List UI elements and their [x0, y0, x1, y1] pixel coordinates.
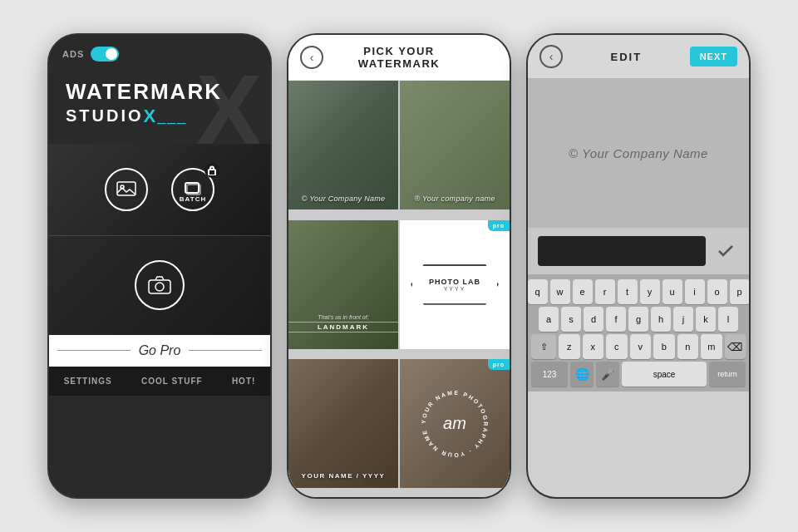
gopro-section[interactable]: Go Pro: [49, 335, 270, 367]
key-z[interactable]: z: [559, 334, 580, 359]
cell1-overlay: © Your Company Name: [293, 195, 393, 203]
watermark-cell-1[interactable]: © Your Company Name: [288, 81, 398, 209]
watermark-preview-text: © Your Company Name: [569, 146, 708, 160]
edit-header: ‹ EDIT NEXT: [528, 35, 749, 78]
ads-label: ADS: [62, 49, 84, 59]
key-numbers[interactable]: 123: [531, 362, 568, 387]
phone-watermark-picker: ‹ PICK YOUR WATERMARK © Your Company Nam…: [287, 33, 511, 499]
key-m[interactable]: m: [701, 334, 722, 359]
keyboard-row-3: ⇧ z x c v b n m ⌫: [531, 334, 746, 359]
landmark-name-text: LANDMARK: [288, 322, 398, 332]
svg-rect-2: [209, 170, 215, 175]
picker-title: PICK YOUR WATERMARK: [332, 45, 466, 70]
keyboard-row-1: q w e r t y u i o p: [531, 279, 746, 304]
watermark-cell-6[interactable]: YOUR NAME PHOTOGRAPHY · YOUR NAME PHOTOG…: [400, 359, 510, 488]
cell4-photolab: PHOTO LAB YYYY: [400, 220, 510, 349]
key-y[interactable]: y: [640, 279, 660, 304]
key-g[interactable]: g: [628, 307, 648, 332]
gopro-label: Go Pro: [139, 343, 181, 358]
batch-label: BATCH: [180, 195, 206, 203]
cell2-bg: [400, 81, 510, 209]
watermark-cell-2[interactable]: ® Your company name: [400, 81, 510, 209]
nav-hot[interactable]: HOT!: [232, 377, 255, 386]
cell5-overlay: YOUR NAME / YYYY: [288, 472, 398, 480]
camera-section: [49, 235, 270, 335]
ads-section: ADS: [49, 35, 270, 68]
watermark-cell-4[interactable]: PHOTO LAB YYYY pro: [400, 220, 510, 349]
watermark-cell-5[interactable]: YOUR NAME / YYYY: [288, 359, 398, 488]
photolab-title: PHOTO LAB: [429, 278, 480, 286]
watermark-grid: © Your Company Name ® Your company name …: [288, 81, 510, 497]
app-title-line1: WATERMARK: [66, 80, 254, 104]
key-globe[interactable]: 🌐: [570, 362, 594, 387]
edit-preview: © Your Company Name: [528, 78, 749, 228]
key-f[interactable]: f: [606, 307, 626, 332]
key-h[interactable]: h: [651, 307, 671, 332]
key-shift[interactable]: ⇧: [531, 334, 556, 359]
lock-icon: [204, 163, 219, 178]
gopro-line-left: [57, 350, 131, 351]
key-e[interactable]: e: [573, 279, 593, 304]
studio-x: X: [144, 106, 156, 127]
cell3-overlay: That's us in front of: LANDMARK: [288, 314, 398, 332]
gallery-button[interactable]: [105, 168, 148, 211]
edit-title: EDIT: [563, 51, 690, 63]
key-v[interactable]: v: [630, 334, 652, 359]
key-k[interactable]: k: [696, 307, 716, 332]
gopro-line-right: [189, 350, 262, 351]
camera-button[interactable]: [135, 260, 185, 310]
keyboard-row-4: 123 🌐 🎤 space return: [531, 362, 746, 387]
key-w[interactable]: w: [550, 279, 570, 304]
key-delete[interactable]: ⌫: [725, 334, 746, 359]
key-x[interactable]: x: [583, 334, 604, 359]
pro-badge-4: pro: [488, 220, 510, 231]
key-s[interactable]: s: [561, 307, 581, 332]
edit-input-row: [528, 228, 749, 274]
key-c[interactable]: c: [606, 334, 628, 359]
key-i[interactable]: i: [685, 279, 705, 304]
circular-monogram: am: [443, 414, 466, 433]
key-u[interactable]: u: [663, 279, 682, 304]
nav-settings[interactable]: SETTINGS: [64, 377, 112, 386]
photolab-year: YYYY: [429, 286, 480, 292]
app-title-line2: STUDIO X ___: [66, 106, 254, 127]
next-button[interactable]: NEXT: [690, 47, 737, 66]
key-t[interactable]: t: [618, 279, 638, 304]
key-q[interactable]: q: [528, 279, 548, 304]
key-p[interactable]: p: [730, 279, 750, 304]
key-return[interactable]: return: [709, 362, 746, 387]
landmark-that-text: That's us in front of:: [288, 314, 398, 320]
cell6-circular: YOUR NAME PHOTOGRAPHY · YOUR NAME PHOTOG…: [400, 359, 510, 488]
key-l[interactable]: l: [718, 307, 738, 332]
key-space[interactable]: space: [622, 362, 707, 387]
key-o[interactable]: o: [707, 279, 727, 304]
nav-cool-stuff[interactable]: COOL STUFF: [141, 377, 203, 386]
pro-badge-6: pro: [488, 359, 510, 370]
edit-back-button[interactable]: ‹: [539, 45, 563, 68]
ads-toggle[interactable]: [91, 47, 119, 62]
back-button[interactable]: ‹: [300, 46, 323, 69]
batch-button[interactable]: BATCH: [171, 168, 214, 211]
key-d[interactable]: d: [584, 307, 603, 332]
keyboard-row-2: a s d f g h j k l: [531, 307, 746, 332]
key-j[interactable]: j: [673, 307, 693, 332]
cell1-bg: [288, 81, 398, 209]
key-n[interactable]: n: [677, 334, 699, 359]
phone-edit: ‹ EDIT NEXT © Your Company Name q w e r …: [526, 33, 751, 499]
confirm-button[interactable]: [712, 238, 739, 264]
cell5-bg: [288, 359, 398, 488]
key-r[interactable]: r: [595, 279, 615, 304]
picker-header: ‹ PICK YOUR WATERMARK: [288, 35, 510, 81]
key-mic[interactable]: 🎤: [596, 362, 619, 387]
key-a[interactable]: a: [539, 307, 559, 332]
svg-rect-0: [117, 182, 135, 195]
key-b[interactable]: b: [653, 334, 675, 359]
keyboard: q w e r t y u i o p a s d f g h j k l ⇧ …: [528, 274, 749, 392]
checkmark-icon: [718, 245, 733, 257]
studio-text: STUDIO: [66, 106, 144, 126]
phone-main: ADS X WATERMARK STUDIO X ___: [47, 33, 272, 499]
watermark-cell-3[interactable]: That's us in front of: LANDMARK: [288, 220, 398, 349]
cell2-overlay: ® Your company name: [405, 195, 505, 203]
watermark-text-input[interactable]: [538, 236, 706, 266]
studio-dash: ___: [157, 107, 187, 125]
